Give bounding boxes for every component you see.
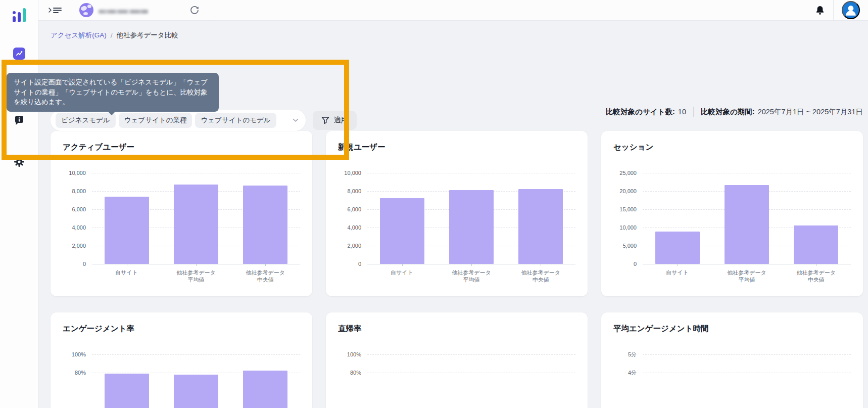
chart-bar [243,371,287,408]
top-header [38,0,868,21]
x-axis-label: 他社参考データ中央値 [782,269,851,283]
y-tick-label: 6,000 [72,206,86,212]
x-tick-mark [265,264,266,266]
chart-bar [794,225,838,264]
refresh-button[interactable] [189,5,200,15]
gridline [643,173,851,173]
chart-bar [518,189,563,264]
sites-count-value: 10 [678,108,686,116]
collapse-menu-icon [47,6,63,15]
gridline [643,354,851,355]
y-tick-label: 4分 [628,369,637,377]
x-axis-label: 他社参考データ平均値 [712,269,781,283]
sidebar [0,0,38,408]
gridline [92,173,300,173]
avatar[interactable] [842,1,860,19]
y-tick-label: 0 [358,261,361,267]
comparison-filter-select[interactable]: ビジネスモデル ウェブサイトの業種 ウェブサイトのモデル [51,110,306,131]
bar-chart: 25,00020,00015,00010,0005,0000自サイト他社参考デー… [613,173,851,264]
tooltip-text: サイト設定画面で設定されている「ビジネスモデル」「ウェブサイトの業種」「ウェブサ… [14,78,208,106]
gridline [367,373,575,373]
bell-icon [815,5,825,16]
chart-card-new-users: 新規ユーザー 10,0008,0006,0004,0002,0000自サイト他社… [326,131,588,296]
x-axis-label: 他社参考データ中央値 [231,269,300,283]
charts-grid: アクティブユーザー 10,0008,0006,0004,0002,0000自サイ… [38,131,868,408]
sites-count-label: 比較対象のサイト数: [606,107,675,117]
period-value: 2025年7月1日 ~ 2025年7月31日 [758,107,863,117]
divider [215,0,215,20]
x-tick-mark [127,264,127,266]
gridline [367,173,575,173]
y-tick-label: 10,000 [344,170,361,176]
y-tick-label: 10,000 [619,224,637,231]
y-tick-label: 8,000 [72,188,86,194]
filter-funnel-icon [321,116,329,124]
site-selector[interactable] [79,3,148,17]
notifications-button[interactable] [815,5,825,16]
chart-title: 新規ユーザー [338,142,575,153]
x-axis-label: 自サイト [643,269,712,283]
x-tick-mark [471,264,472,266]
info-bubble-icon [14,115,25,128]
chart-bar [174,185,218,264]
y-tick-label: 2,000 [347,243,361,249]
bar-chart: 10,0008,0006,0004,0002,0000自サイト他社参考データ平均… [338,173,575,264]
sidebar-item-analytics[interactable] [13,48,25,60]
chart-bar [449,190,494,264]
refresh-icon [189,5,200,15]
y-tick-label: 10,000 [69,170,86,176]
filter-chip-business-model[interactable]: ビジネスモデル [56,113,116,128]
divider [71,0,71,20]
divider [693,107,694,117]
bar-chart: 100%80% [63,354,300,408]
chart-card-sessions: セッション 25,00020,00015,00010,0005,0000自サイト… [601,131,863,296]
x-axis-label: 他社参考データ中央値 [506,269,575,283]
comparison-meta: 比較対象のサイト数: 10 比較対象の期間: 2025年7月1日 ~ 2025年… [606,107,863,117]
globe-icon [79,3,93,17]
chart-bar [105,374,149,408]
app-logo[interactable] [12,7,26,25]
chart-bar [174,375,218,408]
chart-bar [655,232,700,264]
bar-chart: 100%80% [338,354,575,408]
period-label: 比較対象の期間: [701,107,755,117]
y-tick-label: 5,000 [622,243,637,249]
breadcrumb-separator: / [111,32,113,39]
chart-bar [725,185,769,264]
filter-chip-website-industry[interactable]: ウェブサイトの業種 [119,113,192,128]
bar-chart: 10,0008,0006,0004,0002,0000自サイト他社参考データ平均… [63,173,300,264]
x-tick-mark [402,264,403,266]
analytics-icon [13,48,25,60]
chart-bar [380,198,424,264]
chart-title: アクティブユーザー [63,142,300,153]
filter-chip-website-model[interactable]: ウェブサイトのモデル [195,113,276,128]
x-axis-label: 他社参考データ平均値 [161,269,230,283]
apply-button[interactable]: 適用 [313,111,357,130]
chart-title: 平均エンゲージメント時間 [613,324,851,335]
y-tick-label: 5分 [628,351,637,358]
chevron-down-icon [293,118,299,122]
breadcrumb-current: 他社参考データ比較 [117,31,178,40]
y-tick-label: 100% [347,351,361,357]
y-tick-label: 4,000 [72,224,86,231]
x-tick-mark [816,264,816,266]
x-axis-label: 他社参考データ平均値 [437,269,506,283]
chart-card-active-users: アクティブユーザー 10,0008,0006,0004,0002,0000自サイ… [51,131,312,296]
main-column: アクセス解析(GA) / 他社参考データ比較 比較対象の選択 ? ビジネスモデル… [38,0,868,408]
chart-bar [243,186,287,264]
chart-card-engagement-rate: エンゲージメント率 100%80% [51,312,312,408]
chart-card-bounce-rate: 直帰率 100%80% [326,312,588,408]
chart-title: セッション [613,142,851,153]
y-tick-label: 80% [75,370,86,376]
sidebar-item-feedback[interactable] [14,115,25,128]
app-root: アクセス解析(GA) / 他社参考データ比較 比較対象の選択 ? ビジネスモデル… [0,0,868,408]
user-icon [843,1,859,19]
divider [833,0,834,20]
sidebar-toggle-button[interactable] [47,6,63,15]
breadcrumb-link-parent[interactable]: アクセス解析(GA) [51,31,107,40]
y-tick-label: 15,000 [619,206,637,212]
sidebar-item-settings[interactable] [14,156,25,169]
chart-title: 直帰率 [338,324,575,335]
chart-title: エンゲージメント率 [63,324,300,335]
y-tick-label: 0 [634,261,637,267]
